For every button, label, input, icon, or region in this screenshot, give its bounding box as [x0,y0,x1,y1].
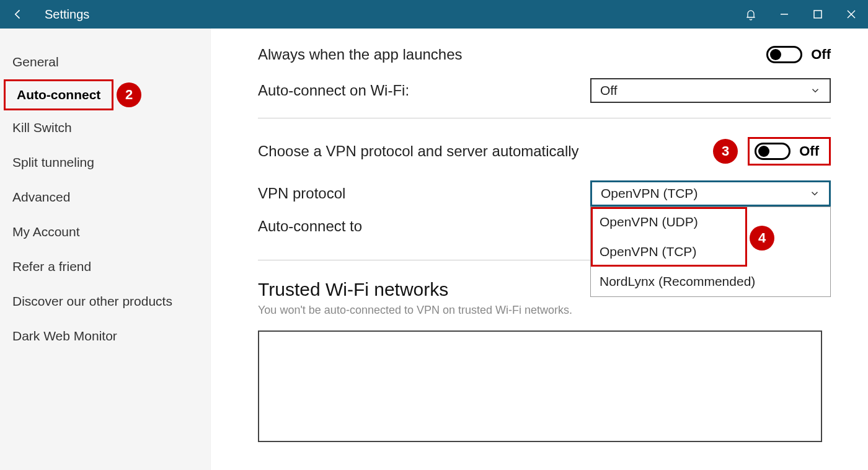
trusted-networks-list[interactable] [258,330,822,442]
sidebar: General Auto-connect 2 Kill Switch Split… [0,29,211,470]
divider [258,118,831,118]
annotation-badge-3: 3 [713,139,738,164]
always-launch-state: Off [811,47,831,63]
svg-rect-1 [814,11,822,18]
annotation-badge-2: 2 [117,82,141,107]
auto-protocol-toggle[interactable] [755,143,790,160]
sidebar-item-advanced[interactable]: Advanced [0,180,82,215]
sidebar-item-general[interactable]: General [0,45,71,79]
vpn-protocol-label: VPN protocol [258,185,345,202]
sidebar-item-discover-products[interactable]: Discover our other products [0,284,185,319]
auto-protocol-label: Choose a VPN protocol and server automat… [258,143,579,160]
annotation-highlight-3: Off [748,137,831,166]
auto-connect-to-label: Auto-connect to [258,218,362,235]
main-panel: Always when the app launches Off Auto-co… [211,29,868,470]
sidebar-item-dark-web-monitor[interactable]: Dark Web Monitor [0,319,130,353]
vpn-protocol-option[interactable]: OpenVPN (TCP) [591,237,830,267]
close-button[interactable] [835,0,868,29]
sidebar-item-kill-switch[interactable]: Kill Switch [0,110,84,145]
always-launch-toggle[interactable] [766,46,802,63]
vpn-protocol-option[interactable]: NordLynx (Recommended) [591,267,830,296]
always-launch-label: Always when the app launches [258,46,463,63]
back-button[interactable] [9,5,27,24]
sidebar-item-split-tunneling[interactable]: Split tunneling [0,145,107,180]
minimize-button[interactable] [768,0,801,29]
vpn-protocol-dropdown[interactable]: OpenVPN (TCP) [590,180,831,206]
vpn-protocol-value: OpenVPN (TCP) [601,186,698,201]
chevron-down-icon [810,85,821,96]
auto-protocol-state: Off [799,143,819,159]
titlebar: Settings [0,0,868,29]
notifications-icon[interactable] [734,0,768,29]
chevron-down-icon [809,188,820,199]
sidebar-item-my-account[interactable]: My Account [0,215,92,249]
sidebar-item-auto-connect[interactable]: Auto-connect [4,79,113,110]
maximize-button[interactable] [801,0,835,29]
vpn-protocol-options: OpenVPN (UDP) OpenVPN (TCP) NordLynx (Re… [590,206,831,297]
auto-wifi-dropdown[interactable]: Off [590,78,831,103]
sidebar-item-refer-friend[interactable]: Refer a friend [0,249,104,284]
window-title: Settings [45,7,89,22]
vpn-protocol-option[interactable]: OpenVPN (UDP) [591,207,830,237]
auto-wifi-label: Auto-connect on Wi-Fi: [258,82,409,99]
auto-wifi-value: Off [600,83,618,98]
trusted-networks-subtitle: You won't be auto-connected to VPN on tr… [258,304,831,317]
